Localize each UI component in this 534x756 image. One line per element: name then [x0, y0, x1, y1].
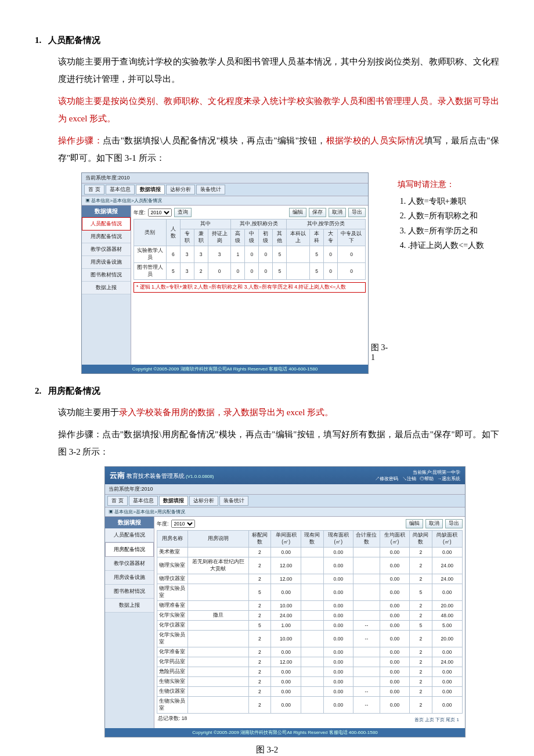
cell: [301, 611, 323, 621]
cell: 2: [410, 557, 432, 574]
cell: 0.00: [432, 647, 462, 657]
cell: 生物实验员室: [157, 697, 188, 714]
tab-stats[interactable]: 装备统计: [196, 185, 225, 195]
sidebar-title: 数据填报: [82, 206, 131, 217]
figure-3-2: 云南 教育技术装备管理系统 (V1.0.0.0808) 当前账户:昆明第一中学 …: [104, 466, 499, 737]
export-button[interactable]: 导出: [348, 208, 366, 217]
cell: [187, 601, 248, 611]
figure-3-1: 当前系统年度:2010 首 页 基本信息 数据填报 达标分析 装备统计 ▣ 基本…: [81, 172, 499, 374]
cell: [353, 667, 380, 677]
cell: 物理实验室: [157, 557, 188, 574]
cell: 0.00: [270, 584, 301, 601]
export-button[interactable]: 导出: [445, 519, 463, 528]
app1-footer: Copyright ©2005-2009 湖南软件科技有限公司All Right…: [82, 365, 368, 373]
cell: 12.00: [270, 574, 301, 584]
year-select[interactable]: 2010: [148, 208, 172, 217]
sidebar-title: 数据填报: [105, 517, 154, 528]
cell: 化学实验室: [157, 611, 188, 621]
cell: [187, 574, 248, 584]
cell: [301, 687, 323, 697]
table-row: 化学实验室撒旦224.000.000.00248.00: [157, 611, 463, 621]
tab-basic[interactable]: 基本信息: [129, 496, 158, 506]
cell: 化学药品室: [157, 657, 188, 667]
sidebar-item-equipment[interactable]: 教学仪器器材: [82, 243, 131, 256]
sec1-num: 1.: [35, 35, 41, 45]
tab-data[interactable]: 数据填报: [136, 185, 165, 195]
sidebar-item-upload[interactable]: 数据上报: [105, 599, 154, 613]
cell: 24.00: [432, 557, 462, 574]
cell: 0.00: [323, 574, 353, 584]
cell: 2: [410, 657, 432, 667]
pager[interactable]: 首页 上页 下页 尾页 1: [412, 715, 461, 724]
cell: 0.00: [432, 584, 462, 601]
cell: 生物实验室: [157, 677, 188, 687]
cell: 0.00: [380, 557, 410, 574]
col-header: 尚缺间数: [410, 531, 432, 548]
tab-data[interactable]: 数据填报: [159, 496, 188, 506]
cell: 2: [410, 697, 432, 714]
cancel-button[interactable]: 取消: [329, 208, 346, 217]
cell: 2: [410, 667, 432, 677]
sec2-p1-red: 录入学校装备用房的数据，录入数据导出为 excel 形式。: [119, 408, 333, 417]
cell: [187, 697, 248, 714]
sidebar-item-room[interactable]: 用房配备情况: [105, 542, 154, 557]
save-button[interactable]: 保存: [309, 208, 326, 217]
tab-home[interactable]: 首 页: [107, 496, 128, 506]
sidebar-item-books[interactable]: 图书教材情况: [105, 585, 154, 599]
sidebar-item-books[interactable]: 图书教材情况: [82, 269, 131, 282]
cell: 物理实验员室: [157, 584, 188, 601]
edit-button[interactable]: 编辑: [289, 208, 306, 217]
table-row: 生物实验员室20.000.00--0.0020.00: [157, 697, 463, 714]
sidebar-item-personnel[interactable]: 人员配备情况: [105, 528, 154, 542]
cell: 2: [410, 677, 432, 687]
cell: [187, 631, 248, 647]
tab-analysis[interactable]: 达标分析: [166, 185, 195, 195]
cell: [301, 647, 323, 657]
total-records: 总记录数: 18: [158, 715, 187, 724]
cell: [301, 621, 323, 631]
cell: --: [353, 621, 380, 631]
table-header: 用房名称用房说明标配间数单间面积(㎡)现有间数现有面积(㎡)合计座位数生均面积(…: [157, 531, 463, 548]
sec1-p3-label: 操作步骤：: [58, 136, 103, 145]
table-row: 生物仪器室20.000.00--0.0020.00: [157, 687, 463, 697]
sec1-title: 人员配备情况: [48, 35, 100, 45]
sidebar-item-facility[interactable]: 用房设备设施: [105, 571, 154, 585]
sec1-para3: 操作步骤：点击"数据填报\人员配备情况"模块，再点击"编辑"按钮，根据学校的人员…: [58, 132, 499, 167]
year-select[interactable]: 2010: [171, 520, 195, 528]
query-button[interactable]: 查询: [174, 208, 192, 217]
sidebar-item-upload[interactable]: 数据上报: [82, 282, 131, 294]
sidebar-item-room[interactable]: 用房配备情况: [82, 231, 131, 243]
cell: 0.00: [432, 697, 462, 714]
edit-button[interactable]: 编辑: [406, 519, 423, 528]
cell: 0.00: [380, 687, 410, 697]
cell: [353, 548, 380, 557]
table-row: 生物实验室20.000.000.0020.00: [157, 677, 463, 687]
sidebar-item-personnel[interactable]: 人员配备情况: [82, 217, 131, 231]
cell: 0.00: [380, 657, 410, 667]
sidebar-item-equipment[interactable]: 教学仪器器材: [105, 557, 154, 571]
tab-analysis[interactable]: 达标分析: [189, 496, 218, 506]
cell: [187, 687, 248, 697]
cancel-button[interactable]: 取消: [425, 519, 443, 528]
cell: [301, 677, 323, 687]
cell: 0.00: [432, 687, 462, 697]
link-changepw[interactable]: ↗修改密码: [375, 476, 398, 481]
cell: 0.00: [323, 697, 353, 714]
cell: 0.00: [380, 611, 410, 621]
sec1-p3-black: 点击"数据填报\人员配备情况"模块，再点击"编辑"按钮，: [103, 136, 326, 145]
link-logout[interactable]: ↘注销: [402, 476, 416, 481]
tab-basic[interactable]: 基本信息: [106, 185, 135, 195]
cell: --: [353, 697, 380, 714]
tab-home[interactable]: 首 页: [84, 185, 104, 195]
link-exit[interactable]: →退出系统: [437, 476, 460, 481]
cell: 0.00: [380, 621, 410, 631]
cell: 2: [410, 611, 432, 621]
table-row: 化学药品室212.000.000.00224.00: [157, 657, 463, 667]
sidebar-item-facility[interactable]: 用房设备设施: [82, 256, 131, 269]
cell: 0.00: [323, 687, 353, 697]
cell: 1.00: [270, 621, 301, 631]
cell: 物理仪器室: [157, 574, 188, 584]
link-help[interactable]: ◎帮助: [420, 476, 434, 481]
sec2-num: 2.: [35, 386, 41, 395]
tab-stats[interactable]: 装备统计: [219, 496, 248, 506]
